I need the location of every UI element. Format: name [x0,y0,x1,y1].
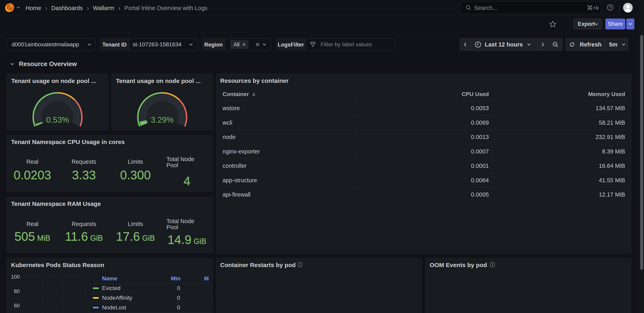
svg-text:?: ? [609,6,612,10]
